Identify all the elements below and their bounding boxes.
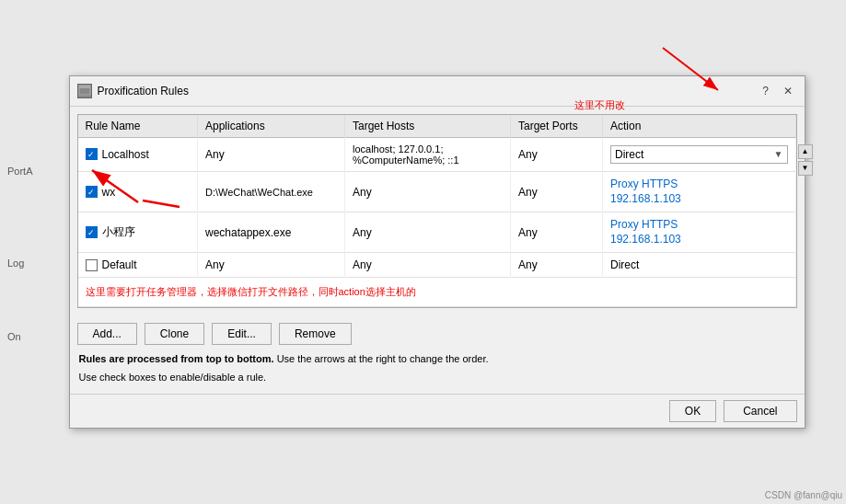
info-regular-text: Use the arrows at the right to change th… xyxy=(277,353,489,364)
col-applications: Applications xyxy=(198,115,345,138)
cell-rule-name-mini: 小程序 xyxy=(78,212,198,253)
table-row: 小程序 wechatappex.exe Any Any Proxy HTTPS1… xyxy=(78,212,796,253)
table-row: Localhost Any localhost; 127.0.0.1;%Comp… xyxy=(78,137,796,171)
rule-name-text-wx: wx xyxy=(102,186,116,199)
cell-ports-default: Any xyxy=(511,253,603,278)
add-button[interactable]: Add... xyxy=(77,323,137,345)
col-action: Action xyxy=(603,115,796,138)
action-value-default: Direct xyxy=(610,258,639,271)
cell-ports-localhost: Any xyxy=(511,137,603,171)
action-buttons-row: Add... Clone Edit... Remove xyxy=(70,315,805,352)
cell-rule-name-default: Default xyxy=(78,253,198,278)
action-value-localhost: Direct xyxy=(615,148,643,161)
table-header-row: Rule Name Applications Target Hosts Targ… xyxy=(78,115,796,138)
cell-ports-wx: Any xyxy=(511,171,603,212)
cell-rule-name: Localhost xyxy=(78,137,198,171)
proxification-rules-dialog: Proxification Rules ? ✕ 这里不用改 Rule Name … xyxy=(69,75,805,429)
col-target-ports: Target Ports xyxy=(511,115,603,138)
help-button[interactable]: ? xyxy=(757,82,775,100)
cell-hosts-wx: Any xyxy=(345,171,511,212)
info-line2: Use check boxes to enable/disable a rule… xyxy=(79,371,795,384)
col-rule-name: Rule Name xyxy=(78,115,198,138)
csdn-watermark: CSDN @fann@qiu xyxy=(765,490,842,500)
cell-hosts-localhost: localhost; 127.0.0.1;%ComputerName%; ::1 xyxy=(345,137,511,171)
checkbox-default[interactable] xyxy=(86,259,98,271)
checkbox-mini[interactable] xyxy=(86,226,98,238)
rule-name-cell-wx: wx xyxy=(86,186,191,199)
annotation-cell: 这里需要打开任务管理器，选择微信打开文件路径，同时action选择主机的 xyxy=(78,278,796,307)
cell-rule-name-wx: wx xyxy=(78,171,198,212)
close-button[interactable]: ✕ xyxy=(779,82,797,100)
sidebar-label-log: Log xyxy=(7,258,24,269)
bottom-row: OK Cancel xyxy=(70,394,805,428)
rule-name-text-default: Default xyxy=(102,258,137,271)
dropdown-arrow-icon: ▼ xyxy=(774,149,783,159)
checkbox-localhost[interactable] xyxy=(86,148,98,160)
rule-name-cell-localhost: Localhost xyxy=(86,148,191,161)
sidebar-label-on: On xyxy=(7,331,21,342)
cell-hosts-default: Any xyxy=(345,253,511,278)
remove-button[interactable]: Remove xyxy=(279,323,352,345)
titlebar-buttons: ? ✕ xyxy=(757,82,797,100)
cell-apps-localhost: Any xyxy=(198,137,345,171)
info-section: Rules are processed from top to bottom. … xyxy=(70,352,805,390)
sidebar-label-porta: PortA xyxy=(7,166,33,177)
action-dropdown-localhost[interactable]: Direct ▼ xyxy=(610,145,788,164)
cell-action-default: Direct xyxy=(603,253,796,278)
action-value-mini: Proxy HTTPS192.168.1.103 xyxy=(610,218,788,246)
cell-hosts-mini: Any xyxy=(345,212,511,253)
edit-button[interactable]: Edit... xyxy=(212,323,272,345)
dialog-icon xyxy=(77,84,92,98)
svg-rect-1 xyxy=(79,86,90,88)
dialog-titlebar: Proxification Rules ? ✕ xyxy=(70,76,805,107)
scroll-arrows: ▲ ▼ xyxy=(796,143,815,178)
col-target-hosts: Target Hosts xyxy=(345,115,511,138)
dialog-title: Proxification Rules xyxy=(98,85,189,97)
cell-ports-mini: Any xyxy=(511,212,603,253)
info-line1: Rules are processed from top to bottom. … xyxy=(79,352,795,366)
rule-name-text: Localhost xyxy=(102,148,149,161)
scroll-up-button[interactable]: ▲ xyxy=(798,144,813,159)
cancel-button[interactable]: Cancel xyxy=(724,400,796,422)
ok-button[interactable]: OK xyxy=(669,400,716,422)
cell-apps-mini: wechatappex.exe xyxy=(198,212,345,253)
rule-name-cell-mini: 小程序 xyxy=(86,224,191,240)
titlebar-left: Proxification Rules xyxy=(77,84,189,98)
rule-name-text-mini: 小程序 xyxy=(102,224,135,240)
clone-button[interactable]: Clone xyxy=(145,323,204,345)
action-value-wx: Proxy HTTPS192.168.1.103 xyxy=(610,178,788,206)
table-row: Default Any Any Any Direct xyxy=(78,253,796,278)
checkbox-wx[interactable] xyxy=(86,186,98,198)
rules-table: Rule Name Applications Target Hosts Targ… xyxy=(78,115,796,307)
cell-action-wx: Proxy HTTPS192.168.1.103 xyxy=(603,171,796,212)
rules-table-container: Rule Name Applications Target Hosts Targ… xyxy=(77,114,797,308)
cell-apps-default: Any xyxy=(198,253,345,278)
bottom-annotation-text: 这里需要打开任务管理器，选择微信打开文件路径，同时action选择主机的 xyxy=(86,286,416,297)
rule-name-cell-default: Default xyxy=(86,258,191,271)
table-row: wx D:\WeChat\WeChat.exe Any Any Proxy HT… xyxy=(78,171,796,212)
scroll-down-button[interactable]: ▼ xyxy=(798,161,813,176)
annotation-row: 这里需要打开任务管理器，选择微信打开文件路径，同时action选择主机的 xyxy=(78,278,796,307)
info-bold-text: Rules are processed from top to bottom. xyxy=(79,353,274,364)
cell-action-mini: Proxy HTTPS192.168.1.103 xyxy=(603,212,796,253)
cell-action-localhost: Direct ▼ xyxy=(603,137,796,171)
cell-apps-wx: D:\WeChat\WeChat.exe xyxy=(198,171,345,212)
